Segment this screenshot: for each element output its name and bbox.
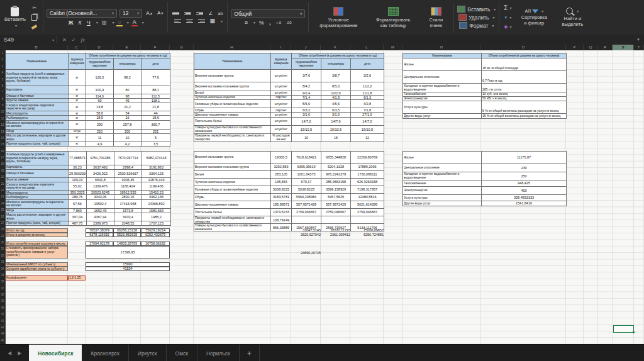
value-cell[interactable]: 7/1,8 <box>351 108 384 113</box>
value-cell[interactable]: 7570,097714 <box>114 152 142 165</box>
row-header-16[interactable]: 16 <box>0 148 5 155</box>
row-name-cell[interactable]: Предметы первой необходимости, санитарии… <box>194 133 271 142</box>
value-cell[interactable]: 21,8 <box>142 103 170 111</box>
row-name-cell[interactable]: Овощи и бахчевые <box>6 94 69 99</box>
summary-value[interactable]: 15990 <box>86 262 170 267</box>
value-cell[interactable]: 23,8 <box>86 103 114 111</box>
row-name-cell[interactable]: Овощи и бахчевые <box>6 170 69 178</box>
sort-filter-button[interactable]: АЯ ▾ Сортировкаи фильтр <box>514 8 553 26</box>
value-cell[interactable]: 2898,4 <box>114 165 142 170</box>
summary-label[interactable]: Средняя заработная плата по субъекту: <box>5 267 68 271</box>
value-cell[interactable]: 5/5,0 <box>292 100 321 108</box>
value-cell[interactable]: 135,834 <box>271 179 292 186</box>
row-header-36[interactable]: 36 <box>0 279 5 285</box>
row-header-38[interactable]: 38 <box>0 292 5 298</box>
next-sheet-button[interactable]: ▶ <box>18 350 21 356</box>
value-cell[interactable]: 6/3,2 <box>292 108 321 113</box>
value-cell[interactable]: 1985,2 <box>142 213 171 221</box>
coefficient-value[interactable]: 1,2-1,25 <box>68 275 86 280</box>
row-name-cell[interactable]: Электроэнергия <box>403 97 482 101</box>
value-cell[interactable]: 1573,8 <box>114 208 142 213</box>
value-cell[interactable]: 350,2325 <box>69 191 87 195</box>
row-name-cell[interactable]: Хлебные продукты (хлеб и макаронные изде… <box>6 152 69 165</box>
font-color-button[interactable]: А <box>131 19 138 26</box>
column-header-S[interactable]: S <box>613 45 634 50</box>
row-header-39[interactable]: 39 <box>0 298 5 304</box>
italic-button[interactable]: К <box>77 19 83 26</box>
row-name-cell[interactable]: Верхняя пальтовая группа <box>194 152 271 164</box>
value-cell[interactable]: 2048,55 <box>114 221 142 225</box>
row-header-2[interactable]: 2 <box>0 57 5 63</box>
row-name-cell[interactable]: Чулочно-носочные изделия <box>194 96 271 100</box>
header-group[interactable]: дети <box>351 58 384 70</box>
cut-button[interactable]: ✂ <box>30 4 40 12</box>
value-cell[interactable]: 9/2,4 <box>292 91 321 96</box>
value-cell[interactable]: 21,2 <box>114 103 142 111</box>
value-cell[interactable] <box>292 216 321 224</box>
unit-cell[interactable]: кг <box>69 86 86 94</box>
row-name-cell[interactable]: Постельное бельё <box>194 117 271 125</box>
percent-format-button[interactable]: % <box>258 19 265 26</box>
row-header-44[interactable]: 44 <box>0 331 5 337</box>
value-cell[interactable]: 15410,23 <box>142 191 171 195</box>
value-cell[interactable]: 17416,968 <box>114 199 142 208</box>
row-name-cell[interactable]: Жилье <box>403 152 482 164</box>
row-name-cell[interactable]: Школьно-письменные товары <box>194 113 271 117</box>
value-cell[interactable]: 4906,35 <box>114 178 142 182</box>
column-header-O[interactable]: O <box>481 45 566 50</box>
value-cell[interactable]: 7618,618421 <box>292 152 321 164</box>
align-left-button[interactable] <box>173 19 182 23</box>
value-cell[interactable] <box>351 216 384 224</box>
value-cell[interactable]: 10/2,9 <box>321 91 351 96</box>
value-cell[interactable]: 626,9263158 <box>351 179 384 186</box>
value-cell[interactable]: 5457,5625 <box>321 194 351 201</box>
row-name-cell[interactable]: Центральное отопление <box>403 164 482 172</box>
value-cell[interactable]: 112,5 <box>142 94 170 99</box>
row-header-32[interactable]: 32 <box>0 253 5 259</box>
value-cell[interactable]: 100,4 <box>86 86 114 94</box>
value-cell[interactable]: 17889,2065 <box>351 164 384 171</box>
unit-cell[interactable]: кг <box>69 133 86 142</box>
value-cell[interactable]: 5021,614286 <box>351 201 384 209</box>
value-cell[interactable]: 3637,492 <box>87 165 114 170</box>
value-cell[interactable]: 10 куб. м в месяц <box>482 92 567 97</box>
fill-button[interactable]: ▼▾ <box>502 13 513 21</box>
summary-value[interactable]: 16758,06182 <box>141 242 170 246</box>
header-volume[interactable]: Объем потребления (в среднем на одного ч… <box>86 53 170 58</box>
row-header-25[interactable]: 25 <box>0 207 5 213</box>
value-cell[interactable]: 18,6 <box>142 116 170 120</box>
unit-cell[interactable]: кг <box>69 120 86 129</box>
value-cell[interactable]: 3364,125 <box>142 170 171 178</box>
align-bottom-button[interactable] <box>195 12 204 15</box>
row-header-6[interactable]: 6 <box>0 83 5 89</box>
row-header-13[interactable]: 13 <box>0 129 5 135</box>
conditional-formatting-button[interactable]: Условноеформатирование <box>312 6 365 29</box>
row-name-cell[interactable]: Хлебные продукты (хлеб и макаронные изде… <box>6 70 69 86</box>
value-cell[interactable]: 12876,443 <box>142 178 171 182</box>
value-cell[interactable]: 8/5,0 <box>321 82 351 91</box>
header-name[interactable]: Наименование <box>194 53 271 70</box>
value-cell[interactable]: 285,9663158 <box>321 179 351 186</box>
unit-cell[interactable]: пар/лет <box>271 96 292 100</box>
row-header-45[interactable]: 45 <box>0 338 5 344</box>
align-top-button[interactable] <box>171 12 180 15</box>
row-name-cell[interactable]: Другие виды услуг <box>403 201 482 206</box>
value-cell[interactable]: 3426,922 <box>87 170 114 178</box>
value-cell[interactable]: 10 <box>292 133 321 142</box>
value-cell[interactable]: 77,088571 <box>69 152 87 165</box>
value-cell[interactable]: 5038,8225 <box>271 186 292 194</box>
value-cell[interactable]: 400 <box>482 187 567 195</box>
sheet-tab-Иркутск[interactable]: Иркутск <box>129 345 167 361</box>
value-cell[interactable]: 3/7,6 <box>292 70 321 82</box>
value-cell[interactable]: 109,03 <box>69 178 87 182</box>
decrease-decimal-button[interactable]: .00 <box>285 21 292 25</box>
value-cell[interactable]: 210 <box>86 129 114 133</box>
row-name-cell[interactable]: Прочие продукты (соль, чай, специи) <box>6 221 69 225</box>
row-header-28[interactable]: 28 <box>0 226 5 233</box>
value-cell[interactable]: 948,425 <box>482 181 567 187</box>
row-header-9[interactable]: 9 <box>0 103 5 109</box>
value-cell[interactable]: 3344,06 <box>87 195 114 199</box>
row-name-cell[interactable]: Газоснабжение <box>403 181 482 187</box>
value-cell[interactable]: 98 <box>114 94 142 99</box>
value-cell[interactable]: 3/1,0 <box>292 113 321 117</box>
